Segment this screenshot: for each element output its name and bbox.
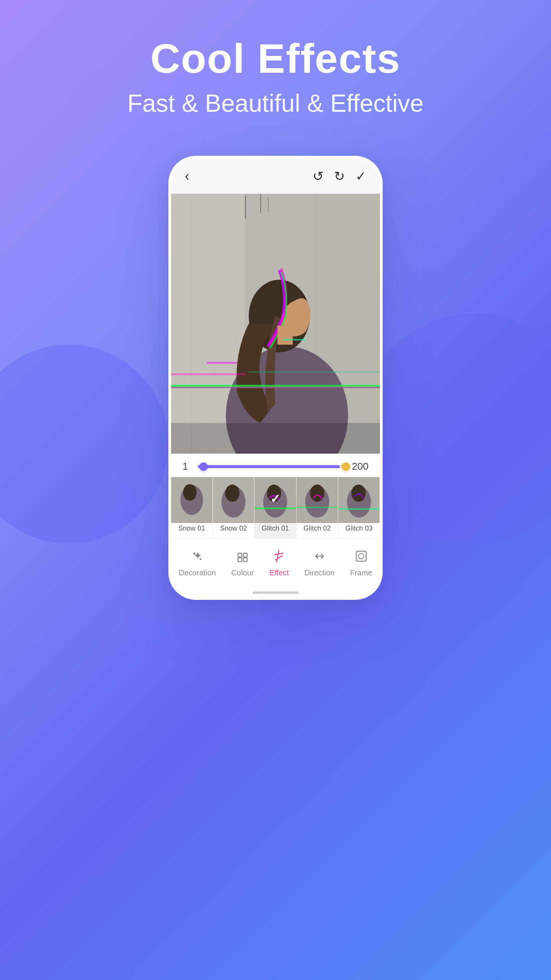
thumb-photo-snow01 [171, 477, 212, 523]
thumbnail-glitch03[interactable]: Glitch 03 [338, 477, 380, 538]
svg-rect-42 [238, 558, 242, 562]
undo-button[interactable]: ↺ [313, 168, 323, 184]
nav-item-direction[interactable]: Direction [304, 549, 334, 577]
nav-label-decoration: Decoration [179, 568, 216, 577]
phone-frame: ‹ ↺ ↻ ✓ [168, 156, 383, 600]
slider-thumb-right[interactable] [342, 462, 350, 471]
bg-circle-left [0, 345, 168, 544]
svg-rect-43 [243, 558, 247, 562]
nav-label-frame: Frame [350, 568, 372, 577]
confirm-button[interactable]: ✓ [355, 168, 366, 184]
svg-rect-15 [277, 325, 293, 345]
frame-icon [354, 549, 368, 566]
svg-rect-11 [260, 194, 261, 213]
header-subtitle: Fast & Beautiful & Effective [127, 89, 424, 118]
thumb-label-glitch03: Glitch 03 [338, 523, 380, 534]
thumbnail-snow01[interactable]: Snow 01 [171, 477, 213, 538]
svg-rect-16 [207, 362, 237, 364]
thumb-label-snow02: Snow 02 [213, 523, 254, 534]
slider-track[interactable] [198, 465, 346, 468]
direction-icon [313, 549, 326, 566]
nav-item-decoration[interactable]: ✦ ✦ ✦ Decoration [179, 549, 216, 577]
svg-text:✦: ✦ [199, 557, 202, 562]
svg-point-21 [183, 484, 196, 501]
thumbnail-snow02[interactable]: Snow 02 [213, 477, 254, 538]
home-bar [253, 591, 298, 594]
slider-fill [198, 465, 340, 468]
header: Cool Effects Fast & Beautiful & Effectiv… [127, 34, 424, 118]
svg-text:✦: ✦ [192, 550, 197, 557]
slider-min-label: 1 [183, 461, 192, 472]
svg-rect-28 [254, 508, 296, 509]
svg-rect-10 [245, 196, 246, 219]
decoration-icon: ✦ ✦ ✦ [191, 549, 204, 566]
svg-rect-41 [243, 553, 247, 557]
thumb-photo-glitch03 [338, 477, 380, 523]
thumb-photo-glitch01: ✓ [254, 477, 296, 523]
topbar-actions: ↺ ↻ ✓ [313, 168, 366, 184]
svg-rect-17 [283, 339, 306, 340]
svg-line-46 [275, 555, 283, 560]
thumb-photo-snow02 [213, 477, 254, 523]
bottom-nav: ✦ ✦ ✦ Decoration Colour [171, 538, 380, 588]
svg-rect-9 [171, 387, 380, 388]
redo-button[interactable]: ↻ [334, 168, 345, 184]
thumb-photo-glitch02 [297, 477, 338, 523]
nav-item-frame[interactable]: Frame [350, 549, 372, 577]
svg-point-24 [225, 485, 240, 502]
thumbnail-glitch02[interactable]: Glitch 02 [297, 477, 338, 538]
thumb-label-glitch01: Glitch 01 [254, 523, 296, 534]
svg-line-45 [274, 553, 284, 555]
svg-rect-36 [338, 508, 380, 510]
header-title: Cool Effects [127, 34, 424, 82]
thumb-label-glitch02: Glitch 02 [297, 523, 338, 534]
thumbnails-strip: Snow 01 Snow 02 [171, 477, 380, 538]
phone-mockup: ‹ ↺ ↻ ✓ [168, 156, 383, 600]
thumb-label-snow01: Snow 01 [171, 523, 212, 534]
effect-icon [272, 549, 286, 566]
phone-topbar: ‹ ↺ ↻ ✓ [171, 158, 380, 194]
nav-label-colour: Colour [231, 568, 254, 577]
slider-thumb-left[interactable] [199, 462, 208, 471]
slider-area: 1 200 [171, 454, 380, 477]
svg-rect-48 [356, 551, 366, 561]
svg-point-35 [351, 485, 365, 502]
nav-item-colour[interactable]: Colour [231, 549, 254, 577]
bg-circle-right [360, 314, 551, 544]
nav-item-effect[interactable]: Effect [269, 549, 289, 577]
photo-area [171, 194, 380, 454]
svg-rect-18 [171, 423, 380, 454]
svg-rect-32 [297, 507, 338, 508]
svg-rect-14 [249, 371, 380, 372]
thumb-check-glitch01: ✓ [270, 492, 280, 506]
colour-icon [236, 549, 249, 566]
svg-point-31 [310, 485, 324, 502]
svg-rect-12 [268, 197, 269, 212]
svg-rect-40 [238, 553, 242, 557]
nav-label-direction: Direction [304, 568, 334, 577]
slider-max-label: 200 [352, 461, 368, 472]
back-button[interactable]: ‹ [185, 168, 189, 184]
nav-label-effect: Effect [269, 568, 289, 577]
home-indicator [171, 588, 380, 597]
svg-point-49 [359, 554, 364, 559]
svg-rect-13 [171, 373, 245, 375]
svg-line-44 [277, 550, 279, 562]
glitch-photo [171, 194, 380, 454]
thumbnail-glitch01[interactable]: ✓ Glitch 01 [254, 477, 296, 538]
